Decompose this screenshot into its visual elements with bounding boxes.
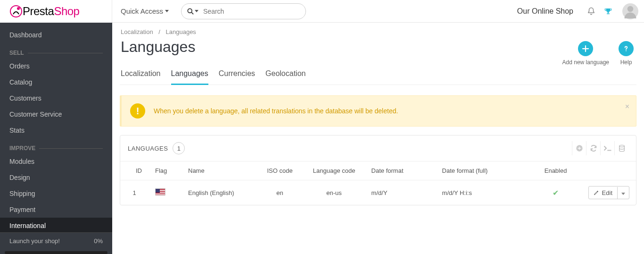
col-datefmt[interactable]: Date format [365,161,436,180]
tabs: Localization Languages Currencies Geoloc… [120,66,636,85]
search-scope-dropdown[interactable] [187,8,198,15]
sidebar-item-dashboard[interactable]: Dashboard [0,23,112,43]
cell-flag [149,180,182,205]
breadcrumb-current: Languages [166,28,196,35]
alert-close-button[interactable]: × [625,102,629,111]
sidebar-item-orders[interactable]: Orders [0,58,112,74]
tab-currencies[interactable]: Currencies [219,66,255,85]
cell-enabled[interactable]: ✔ [530,180,582,205]
edit-label: Edit [602,189,612,196]
caret-down-icon [621,193,625,195]
page-title: Languages [120,35,562,64]
svg-point-1 [17,7,20,10]
person-icon [623,4,637,18]
main-content: Localization / Languages Languages Add n… [112,23,644,254]
search-wrap [181,3,306,19]
sidebar-item-payment[interactable]: Payment [0,202,112,218]
merit-button[interactable] [600,7,617,16]
sidebar-section-sell: SELL [0,43,112,58]
logo-text-presta: Presta [23,5,54,17]
panel-export-button[interactable] [614,141,628,155]
cell-id: 1 [120,180,149,205]
sidebar-item-stats[interactable]: Stats [0,122,112,138]
shop-name-link[interactable]: Our Online Shop [517,7,583,16]
edit-button[interactable]: Edit [588,186,629,199]
svg-point-2 [188,8,192,13]
plus-icon [576,144,583,152]
tab-localization[interactable]: Localization [121,66,161,85]
breadcrumb: Localization / Languages [120,23,636,35]
check-icon: ✔ [553,189,559,197]
cell-datefmtfull: m/d/Y H:i:s [436,180,530,205]
launch-bar[interactable]: Launch your shop! 0% [0,232,112,249]
tab-geolocation[interactable]: Geolocation [265,66,305,85]
panel-sql-button[interactable] [600,141,614,155]
flag-us-icon [155,188,165,195]
sidebar-item-shipping[interactable]: Shipping [0,186,112,202]
quick-access-dropdown[interactable]: Quick Access [112,7,177,15]
svg-line-3 [191,12,193,14]
col-datefmtfull[interactable]: Date format (full) [436,161,530,180]
bell-icon [587,7,595,16]
notifications-button[interactable] [583,7,600,16]
database-icon [618,144,626,152]
launch-progressbar [5,251,107,254]
sidebar-item-customer-service[interactable]: Customer Service [0,106,112,122]
panel-count-badge: 1 [173,142,185,154]
svg-point-4 [627,6,634,12]
terminal-icon [603,145,612,152]
trophy-icon [604,7,612,16]
col-flag[interactable]: Flag [149,161,182,180]
tab-languages[interactable]: Languages [171,66,208,85]
add-new-language-button[interactable]: Add new language [562,41,609,66]
warning-alert: ! When you delete a language, all relate… [120,95,636,127]
sidebar-item-catalog[interactable]: Catalog [0,74,112,90]
col-iso[interactable]: ISO code [256,161,304,180]
pencil-icon [594,190,599,195]
col-enabled[interactable]: Enabled [530,161,582,180]
cell-iso: en [256,180,304,205]
help-label: Help [620,59,632,66]
languages-table: ID Flag Name ISO code Language code Date… [120,161,636,205]
logo[interactable]: PrestaShop [0,0,112,23]
panel-header: LANGUAGES 1 [120,135,636,161]
sidebar-item-international[interactable]: International [0,218,112,234]
table-row[interactable]: 1 English (English) en en-us m/d/Y m/d/Y… [120,180,636,205]
sidebar-item-modules[interactable]: Modules [0,153,112,169]
exclamation-icon: ! [130,103,145,119]
alert-text: When you delete a language, all related … [154,107,398,115]
panel-title: LANGUAGES [128,145,168,152]
launch-percent: 0% [94,237,103,245]
search-input[interactable] [203,8,288,15]
sidebar-item-design[interactable]: Design [0,169,112,186]
help-button[interactable]: Help [619,41,634,66]
caret-down-icon [165,10,169,12]
cell-name: English (English) [182,180,256,205]
panel-add-button[interactable] [572,141,586,155]
logo-text-shop: Shop [54,5,79,17]
breadcrumb-parent[interactable]: Localization [121,28,153,35]
sidebar: Dashboard SELL Orders Catalog Customers … [0,23,112,254]
sidebar-section-improve: IMPROVE [0,138,112,153]
launch-label: Launch your shop! [9,237,60,245]
profile-avatar[interactable] [622,3,638,19]
caret-down-icon [195,10,198,12]
plus-circle-icon [578,41,593,56]
sidebar-item-customers[interactable]: Customers [0,90,112,106]
quick-access-label: Quick Access [121,7,163,15]
col-name[interactable]: Name [182,161,256,180]
edit-dropdown-toggle[interactable] [617,187,629,199]
search-icon [187,8,194,15]
cell-datefmt: m/d/Y [365,180,436,205]
languages-panel: LANGUAGES 1 ID Flag Name ISO code Langua… [120,135,636,205]
refresh-icon [590,144,597,152]
help-circle-icon [619,41,634,56]
col-id[interactable]: ID [120,161,149,180]
col-langcode[interactable]: Language code [304,161,365,180]
panel-refresh-button[interactable] [586,141,600,155]
add-new-language-label: Add new language [562,59,609,66]
svg-point-7 [619,145,624,147]
cell-lang: en-us [304,180,365,205]
